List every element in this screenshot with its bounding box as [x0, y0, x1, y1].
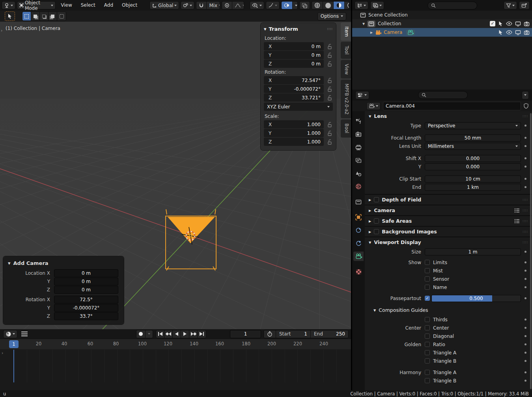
- animate-dot[interactable]: [525, 137, 526, 139]
- tab-object-data-properties[interactable]: [353, 252, 364, 261]
- location-z-field[interactable]: Z0 m: [264, 60, 324, 68]
- size-field[interactable]: 1 m: [425, 248, 521, 255]
- jump-to-start-button[interactable]: [156, 330, 164, 338]
- camera-panel-header[interactable]: ▸ Camera ∷∷: [365, 205, 532, 215]
- current-frame-field[interactable]: 1: [230, 330, 261, 338]
- tab-viewlayer-properties[interactable]: [353, 156, 364, 165]
- visibility-dropdown[interactable]: [250, 1, 264, 9]
- animate-dot[interactable]: [525, 297, 526, 299]
- safe-areas-header[interactable]: ▸ Safe Areas ∷∷: [365, 216, 532, 226]
- focal-length-field[interactable]: 50 mm: [425, 134, 521, 142]
- center-checkbox[interactable]: [425, 325, 430, 330]
- lock-open-icon[interactable]: [327, 95, 333, 101]
- auto-keying-toggle[interactable]: [136, 330, 146, 338]
- end-frame-field[interactable]: End 250: [311, 330, 348, 338]
- operator-panel-header[interactable]: ▾ Add Camera: [3, 259, 124, 269]
- golden-ratio-checkbox[interactable]: [425, 342, 430, 347]
- thirds-checkbox[interactable]: [425, 317, 430, 322]
- outliner-display-mode-button[interactable]: [370, 1, 384, 9]
- checkbox-icon[interactable]: ✓: [490, 21, 495, 26]
- animate-dot[interactable]: [525, 335, 526, 337]
- animate-dot[interactable]: [525, 157, 526, 159]
- op-rotation-y-field[interactable]: -0.000072°: [54, 304, 118, 312]
- op-location-z-field[interactable]: 0 m: [54, 286, 118, 294]
- pivot-point-dropdown[interactable]: [181, 1, 194, 9]
- lock-open-icon[interactable]: [327, 130, 333, 136]
- animate-dot[interactable]: [525, 145, 526, 147]
- safe-areas-checkbox[interactable]: [374, 218, 379, 224]
- lock-open-icon[interactable]: [327, 43, 333, 50]
- animate-dot[interactable]: [525, 380, 526, 382]
- tab-render-properties[interactable]: [353, 130, 364, 139]
- presets-list-icon[interactable]: [514, 208, 520, 213]
- options-button[interactable]: Options: [317, 12, 346, 21]
- lock-open-icon[interactable]: [327, 86, 333, 92]
- shift-y-field[interactable]: 0.000: [425, 163, 521, 170]
- tab-tool-properties[interactable]: [353, 117, 364, 126]
- start-frame-field[interactable]: Start 1: [276, 330, 311, 338]
- passepartout-slider[interactable]: 0.500: [431, 295, 521, 302]
- render-camera-icon[interactable]: [524, 30, 530, 35]
- drag-dots-icon[interactable]: ∷∷: [523, 219, 528, 223]
- clip-start-field[interactable]: 10 cm: [425, 175, 521, 183]
- id-name-field[interactable]: Camera.004: [383, 102, 521, 110]
- mode-dropdown[interactable]: Object Mode: [17, 1, 56, 9]
- monitor-icon[interactable]: [515, 21, 521, 26]
- animate-dot[interactable]: [525, 125, 526, 127]
- location-y-field[interactable]: Y0 m: [264, 51, 324, 59]
- next-keyframe-button[interactable]: [189, 330, 198, 338]
- eye-icon[interactable]: [506, 30, 512, 35]
- menu-select[interactable]: Select: [77, 1, 99, 9]
- animate-dot[interactable]: [525, 270, 526, 272]
- disclosure-closed-icon[interactable]: ▸: [370, 30, 373, 35]
- lock-open-icon[interactable]: [327, 139, 333, 145]
- animate-dot[interactable]: [525, 166, 526, 168]
- new-collection-button[interactable]: [519, 1, 530, 9]
- xray-toggle[interactable]: [299, 1, 310, 9]
- animate-dot[interactable]: [525, 319, 526, 321]
- menu-object[interactable]: Object: [118, 1, 141, 9]
- transform-orientation-dropdown[interactable]: Global: [149, 1, 179, 9]
- background-images-checkbox[interactable]: [374, 229, 379, 234]
- tab-item[interactable]: Item: [341, 22, 351, 41]
- rotation-x-field[interactable]: X72.547°: [264, 76, 324, 84]
- lock-open-icon[interactable]: [327, 121, 333, 128]
- scale-y-field[interactable]: Y1.000: [264, 129, 324, 137]
- select-mode-new[interactable]: [22, 12, 31, 21]
- tab-view[interactable]: View: [341, 60, 351, 78]
- animate-dot[interactable]: [525, 186, 526, 188]
- presets-list-icon[interactable]: [514, 219, 520, 224]
- tab-tool[interactable]: Tool: [341, 42, 351, 58]
- animate-dot[interactable]: [525, 343, 526, 345]
- menu-add[interactable]: Add: [101, 1, 117, 9]
- rotation-z-field[interactable]: Z33.721°: [264, 93, 324, 102]
- snap-settings-dropdown[interactable]: Mix: [207, 2, 220, 9]
- outliner-row-collection[interactable]: ▾ Collection ✓: [352, 19, 532, 28]
- shading-solid-button[interactable]: [323, 2, 334, 9]
- timeline-ruler[interactable]: 1 20 40 60 80 100 120 140 160 180 200 22…: [0, 339, 351, 349]
- eye-icon[interactable]: [506, 21, 512, 26]
- playhead-line[interactable]: [13, 350, 14, 382]
- selectable-icon[interactable]: [498, 21, 503, 26]
- keying-dropdown[interactable]: [146, 330, 153, 338]
- timeline-menu-button[interactable]: [21, 332, 28, 337]
- golden-triangle-b-checkbox[interactable]: [425, 358, 430, 363]
- selectable-icon[interactable]: [498, 30, 503, 35]
- harmony-triangle-a-checkbox[interactable]: [425, 370, 430, 375]
- outliner-search-input[interactable]: [427, 2, 477, 9]
- timeline-editor-type-button[interactable]: [3, 330, 17, 338]
- lens-panel-header[interactable]: ▾ Lens ∷∷: [365, 111, 532, 121]
- drag-dots-icon[interactable]: ∷∷: [523, 230, 528, 234]
- scale-z-field[interactable]: Z1.000: [264, 138, 324, 146]
- tab-collection-properties[interactable]: [353, 197, 364, 207]
- animate-dot[interactable]: [525, 360, 526, 362]
- depth-of-field-checkbox[interactable]: [374, 197, 379, 202]
- shading-material-button[interactable]: [334, 2, 345, 9]
- animate-dot[interactable]: [525, 371, 526, 373]
- lock-open-icon[interactable]: [327, 52, 333, 58]
- timeline-expand-arrow[interactable]: ›: [2, 350, 3, 356]
- prev-keyframe-button[interactable]: [164, 330, 173, 338]
- animate-dot[interactable]: [525, 278, 526, 280]
- animate-dot[interactable]: [525, 251, 526, 253]
- disclosure-open-icon[interactable]: ▾: [362, 21, 365, 26]
